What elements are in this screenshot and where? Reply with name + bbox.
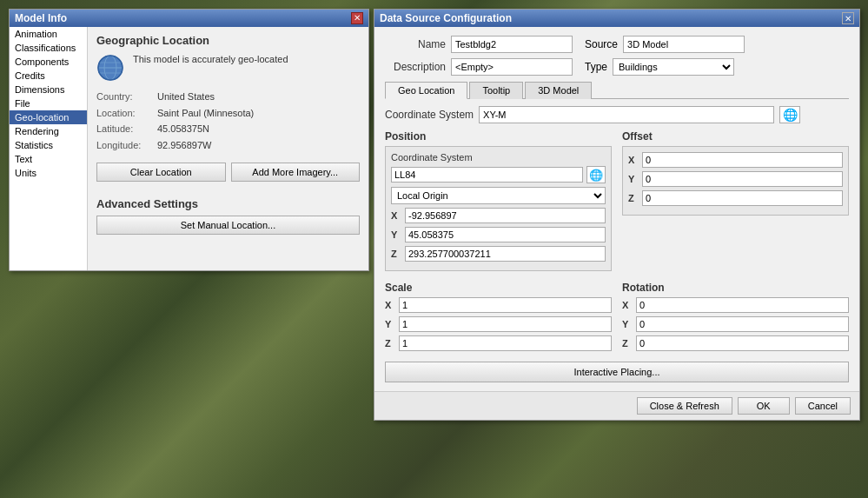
rotation-x-label: X — [622, 300, 633, 310]
offset-z-label: Z — [628, 193, 639, 203]
cancel-button[interactable]: Cancel — [795, 397, 851, 415]
offset-z-input[interactable] — [642, 190, 843, 206]
data-source-dialog: Data Source Configuration ✕ Name Source … — [374, 9, 860, 421]
data-source-footer: Close & Refresh OK Cancel — [374, 391, 859, 420]
nav-item-animation[interactable]: Animation — [10, 27, 87, 41]
name-field[interactable] — [451, 36, 573, 53]
scale-title: Scale — [385, 282, 612, 294]
clear-location-button[interactable]: Clear Location — [96, 163, 226, 182]
position-cs-globe-button[interactable]: 🌐 — [586, 166, 606, 183]
longitude-value: 92.956897W — [157, 137, 211, 154]
rotation-y-input[interactable] — [636, 316, 849, 332]
scale-rotation-section: Scale X Y Z Rotation X — [385, 282, 849, 355]
name-source-row: Name Source — [385, 36, 849, 53]
nav-item-units[interactable]: Units — [10, 166, 87, 180]
tab-3d-model[interactable]: 3D Model — [525, 82, 592, 99]
country-value: United States — [157, 89, 215, 105]
rotation-section: Rotation X Y Z — [622, 282, 849, 355]
model-info-close-button[interactable]: ✕ — [351, 12, 363, 24]
country-label: Country: — [96, 89, 157, 105]
nav-item-geo-location[interactable]: Geo-location — [10, 110, 87, 124]
position-section: Position Coordinate System 🌐 Local Origi… — [385, 130, 612, 276]
rotation-z-input[interactable] — [636, 335, 849, 351]
offset-title: Offset — [622, 130, 849, 143]
type-field-label: Type — [585, 61, 607, 73]
close-refresh-button[interactable]: Close & Refresh — [637, 397, 732, 415]
position-cs-title: Coordinate System — [391, 152, 606, 163]
latitude-label: Latitude: — [96, 121, 157, 137]
rotation-z-row: Z — [622, 335, 849, 351]
offset-x-row: X — [628, 152, 843, 168]
latitude-value: 45.058375N — [157, 121, 209, 137]
description-field[interactable] — [451, 58, 573, 76]
coordinate-system-globe-button[interactable]: 🌐 — [779, 106, 800, 123]
scale-z-row: Z — [385, 335, 612, 351]
offset-y-input[interactable] — [642, 171, 843, 187]
rotation-y-label: Y — [622, 319, 633, 329]
nav-item-statistics[interactable]: Statistics — [10, 138, 87, 152]
data-source-titlebar: Data Source Configuration ✕ — [374, 10, 859, 27]
scale-x-row: X — [385, 297, 612, 313]
rotation-x-row: X — [622, 297, 849, 313]
nav-item-components[interactable]: Components — [10, 55, 87, 69]
nav-item-text[interactable]: Text — [10, 152, 87, 166]
offset-x-input[interactable] — [642, 152, 843, 168]
ok-button[interactable]: OK — [738, 397, 790, 415]
rotation-x-input[interactable] — [636, 297, 849, 313]
rotation-z-label: Z — [622, 338, 633, 349]
offset-section: Offset X Y Z — [622, 130, 849, 276]
offset-y-row: Y — [628, 171, 843, 187]
advanced-settings-title: Advanced Settings — [96, 197, 360, 210]
interactive-placing-button[interactable]: Interactive Placing... — [385, 362, 849, 382]
scale-x-label: X — [385, 300, 395, 310]
add-more-imagery-button[interactable]: Add More Imagery... — [231, 163, 361, 182]
coordinate-system-row: Coordinate System 🌐 — [385, 106, 849, 123]
nav-item-classifications[interactable]: Classifications — [10, 41, 87, 55]
geo-status-text: This model is accurately geo-located — [133, 54, 288, 64]
position-z-label: Z — [391, 249, 401, 259]
nav-item-file[interactable]: File — [10, 96, 87, 110]
position-x-row: X — [391, 208, 606, 223]
position-cs-input[interactable] — [391, 167, 583, 183]
position-y-input[interactable] — [405, 227, 606, 242]
name-field-label: Name — [385, 38, 446, 50]
rotation-title: Rotation — [622, 282, 849, 294]
nav-item-dimensions[interactable]: Dimensions — [10, 83, 87, 96]
position-z-input[interactable] — [405, 246, 606, 262]
coordinate-system-input[interactable] — [479, 106, 774, 123]
coordinate-system-label: Coordinate System — [385, 109, 474, 121]
source-field[interactable] — [623, 36, 745, 53]
scale-y-row: Y — [385, 316, 612, 332]
scale-y-label: Y — [385, 319, 395, 329]
position-y-row: Y — [391, 227, 606, 242]
model-info-titlebar: Model Info ✕ — [10, 10, 368, 27]
position-x-input[interactable] — [405, 208, 606, 223]
tab-geo-location[interactable]: Geo Location — [385, 82, 467, 99]
position-offset-section: Position Coordinate System 🌐 Local Origi… — [385, 130, 849, 276]
tab-tooltip[interactable]: Tooltip — [469, 82, 523, 99]
advanced-section: Advanced Settings Set Manual Location... — [96, 190, 360, 235]
description-type-row: Description Type Buildings — [385, 58, 849, 76]
set-manual-location-button[interactable]: Set Manual Location... — [96, 216, 360, 235]
offset-x-label: X — [628, 155, 639, 165]
scale-z-input[interactable] — [399, 335, 612, 351]
position-y-label: Y — [391, 229, 401, 240]
scale-y-input[interactable] — [399, 316, 612, 332]
position-cs-row: 🌐 — [391, 166, 606, 183]
data-source-close-button[interactable]: ✕ — [842, 12, 854, 24]
scale-section: Scale X Y Z — [385, 282, 612, 355]
scale-x-input[interactable] — [399, 297, 612, 313]
data-source-title: Data Source Configuration — [380, 12, 512, 24]
geo-location-title: Geographic Location — [96, 34, 360, 47]
model-info-body: Animation Classifications Components Cre… — [10, 27, 368, 270]
data-source-content: Name Source Description Type Buildings G… — [374, 27, 859, 391]
type-select[interactable]: Buildings — [613, 58, 734, 76]
model-info-title: Model Info — [15, 12, 67, 24]
location-label: Location: — [96, 105, 157, 122]
nav-item-credits[interactable]: Credits — [10, 69, 87, 83]
nav-item-rendering[interactable]: Rendering — [10, 124, 87, 138]
position-local-origin-select[interactable]: Local Origin — [391, 187, 606, 204]
rotation-y-row: Y — [622, 316, 849, 332]
position-inner-box: Coordinate System 🌐 Local Origin X Y — [385, 146, 612, 271]
offset-z-row: Z — [628, 190, 843, 206]
